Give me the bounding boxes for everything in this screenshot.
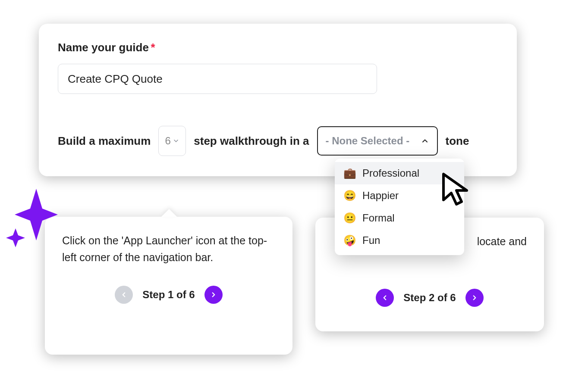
tone-option-label: Professional	[362, 167, 419, 179]
guide-config-card: Name your guide * Build a maximum 6 step…	[39, 24, 517, 176]
neutral-face-icon: 😐	[343, 212, 356, 224]
chevron-right-icon	[210, 291, 217, 299]
step-count-value: 6	[165, 135, 171, 147]
briefcase-icon: 💼	[343, 167, 356, 179]
prev-step-button[interactable]	[115, 286, 133, 304]
chevron-down-icon	[173, 137, 179, 144]
chevron-up-icon	[421, 137, 429, 145]
tone-option-label: Happier	[362, 190, 399, 202]
step-indicator: Step 1 of 6	[142, 289, 195, 301]
tone-select[interactable]: - None Selected -	[317, 126, 438, 156]
zany-face-icon: 🤪	[343, 234, 356, 246]
step-count-select[interactable]: 6	[158, 126, 186, 156]
next-step-button[interactable]	[204, 286, 223, 304]
required-marker: *	[151, 41, 155, 54]
name-your-guide-label: Name your guide	[58, 41, 149, 54]
sentence-part-3: tone	[446, 134, 469, 148]
chevron-left-icon	[120, 291, 128, 299]
tone-option-label: Formal	[362, 212, 395, 224]
step-indicator: Step 2 of 6	[403, 292, 456, 304]
tone-select-placeholder: - None Selected -	[326, 135, 410, 147]
walkthrough-step-2-nav: Step 2 of 6	[333, 289, 527, 307]
sentence-part-1: Build a maximum	[58, 134, 151, 148]
chevron-left-icon	[381, 294, 389, 302]
cursor-icon	[440, 171, 475, 210]
next-step-button[interactable]	[465, 289, 484, 307]
chevron-right-icon	[471, 294, 478, 302]
tone-option-fun[interactable]: 🤪 Fun	[335, 229, 464, 252]
sparkle-icon	[6, 189, 58, 249]
prev-step-button[interactable]	[376, 289, 394, 307]
grin-icon: 😄	[343, 190, 356, 202]
sentence-part-2: step walkthrough in a	[194, 134, 309, 148]
build-sentence: Build a maximum 6 step walkthrough in a …	[58, 126, 498, 156]
tone-option-label: Fun	[362, 234, 380, 246]
walkthrough-step-1-nav: Step 1 of 6	[62, 286, 275, 304]
name-label-row: Name your guide *	[58, 41, 498, 54]
walkthrough-step-1-tooltip: Click on the 'App Launcher' icon at the …	[45, 217, 292, 355]
guide-name-input[interactable]	[58, 64, 377, 94]
walkthrough-step-1-text: Click on the 'App Launcher' icon at the …	[62, 232, 275, 266]
